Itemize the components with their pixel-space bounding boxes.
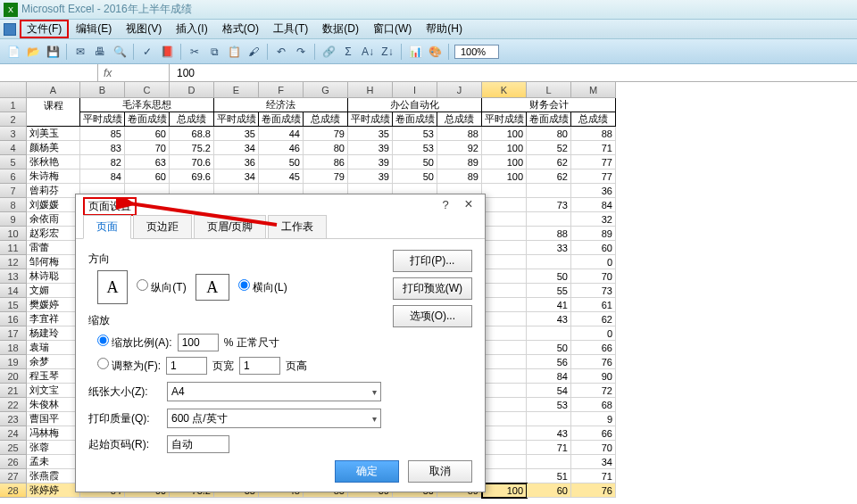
row-header[interactable]: 4: [0, 141, 27, 155]
cell[interactable]: 雷蕾: [27, 241, 80, 255]
paste-icon[interactable]: 📋: [226, 44, 242, 60]
col-header-M[interactable]: M: [571, 82, 616, 98]
adjust-percent-input[interactable]: [178, 334, 219, 351]
cell[interactable]: 53: [393, 127, 437, 141]
cell[interactable]: [482, 198, 527, 212]
row-header[interactable]: 21: [0, 384, 27, 398]
cancel-button[interactable]: 取消: [408, 460, 472, 483]
menu-data[interactable]: 数据(D): [315, 20, 366, 38]
cell[interactable]: 张蓉: [27, 441, 80, 455]
col-header-G[interactable]: G: [304, 82, 348, 98]
spelling-icon[interactable]: ✓: [139, 44, 155, 60]
cell[interactable]: 34: [571, 455, 616, 469]
cell[interactable]: 69.6: [170, 169, 214, 184]
help-button[interactable]: ?: [437, 198, 454, 211]
cell[interactable]: 53: [527, 398, 571, 412]
col-header-F[interactable]: F: [259, 82, 304, 98]
cell[interactable]: 73: [571, 284, 616, 298]
cell[interactable]: 60: [571, 241, 616, 255]
cell[interactable]: 89: [437, 169, 482, 184]
cell[interactable]: 84: [80, 169, 125, 184]
cell[interactable]: 樊媛婷: [27, 298, 80, 312]
cell[interactable]: 曹国平: [27, 412, 80, 426]
cell[interactable]: 文媚: [27, 284, 80, 298]
row-header[interactable]: 28: [0, 483, 27, 498]
row-header[interactable]: 24: [0, 426, 27, 441]
cell[interactable]: 32: [571, 212, 616, 227]
cell[interactable]: 杨建玲: [27, 326, 80, 341]
cell[interactable]: 冯林梅: [27, 426, 80, 441]
row-header[interactable]: 27: [0, 469, 27, 483]
cell[interactable]: 76: [571, 355, 616, 369]
cell[interactable]: [482, 426, 527, 441]
cell[interactable]: 51: [527, 469, 571, 483]
cell[interactable]: 总成绩: [304, 112, 348, 127]
print-icon[interactable]: 🖶: [92, 44, 108, 60]
row-header[interactable]: 8: [0, 198, 27, 212]
print-quality-select[interactable]: 600 点/英寸▾: [167, 409, 381, 428]
cell[interactable]: 0: [571, 326, 616, 341]
ok-button[interactable]: 确定: [335, 460, 399, 483]
radio-fit[interactable]: 调整为(F):: [97, 358, 161, 374]
mail-icon[interactable]: ✉: [72, 44, 88, 60]
col-header-H[interactable]: H: [348, 82, 393, 98]
cell[interactable]: 68: [571, 398, 616, 412]
cell[interactable]: 71: [571, 469, 616, 483]
radio-portrait[interactable]: 纵向(T): [137, 279, 187, 295]
menu-file[interactable]: 文件(F): [20, 20, 69, 38]
cell[interactable]: 77: [571, 169, 616, 184]
cell[interactable]: 52: [527, 141, 571, 155]
copy-icon[interactable]: ⧉: [206, 44, 222, 60]
cell[interactable]: [482, 455, 527, 469]
cell[interactable]: 张燕霞: [27, 469, 80, 483]
cell[interactable]: 总成绩: [170, 112, 214, 127]
cell[interactable]: 33: [527, 241, 571, 255]
row-header[interactable]: 18: [0, 341, 27, 355]
cell[interactable]: 79: [304, 169, 348, 184]
save-icon[interactable]: 💾: [45, 44, 61, 60]
cell[interactable]: 100: [482, 169, 527, 184]
redo-icon[interactable]: ↷: [293, 44, 309, 60]
cell[interactable]: [27, 112, 80, 127]
cell[interactable]: 66: [571, 341, 616, 355]
cell[interactable]: 林诗聪: [27, 269, 80, 284]
cell[interactable]: 76: [571, 483, 616, 498]
cell[interactable]: 朱诗梅: [27, 169, 80, 184]
system-menu-icon[interactable]: [4, 23, 16, 36]
tab-headerfooter[interactable]: 页眉/页脚: [194, 215, 266, 238]
autosum-icon[interactable]: Σ: [340, 44, 356, 60]
tab-page[interactable]: 页面: [83, 215, 131, 239]
cell[interactable]: 张婷婷: [27, 483, 80, 498]
cell[interactable]: 88: [571, 127, 616, 141]
cell[interactable]: 卷面成绩: [527, 112, 571, 127]
cell[interactable]: 34: [214, 141, 259, 155]
tab-sheet[interactable]: 工作表: [268, 215, 327, 238]
cell[interactable]: 100: [482, 127, 527, 141]
cell[interactable]: 43: [527, 312, 571, 326]
cell[interactable]: [482, 341, 527, 355]
cell[interactable]: 财务会计: [482, 98, 616, 112]
cell[interactable]: 孟未: [27, 455, 80, 469]
cell[interactable]: [482, 469, 527, 483]
preview-button[interactable]: 打印预览(W): [393, 277, 472, 300]
col-header-I[interactable]: I: [393, 82, 437, 98]
cell[interactable]: 9: [571, 412, 616, 426]
cell[interactable]: 84: [571, 198, 616, 212]
col-header-C[interactable]: C: [125, 82, 170, 98]
cell[interactable]: 43: [527, 426, 571, 441]
cell[interactable]: [482, 284, 527, 298]
cell[interactable]: 86: [304, 155, 348, 169]
cell[interactable]: 毛泽东思想: [80, 98, 214, 112]
cell[interactable]: 36: [214, 155, 259, 169]
cell[interactable]: [482, 269, 527, 284]
radio-landscape[interactable]: 横向(L): [238, 279, 287, 295]
col-header-J[interactable]: J: [437, 82, 482, 98]
cell[interactable]: 35: [348, 127, 393, 141]
cell[interactable]: 62: [527, 155, 571, 169]
row-header[interactable]: 13: [0, 269, 27, 284]
menu-help[interactable]: 帮助(H): [419, 20, 470, 38]
cell[interactable]: 赵彩宏: [27, 227, 80, 241]
radio-adjust[interactable]: 缩放比例(A):: [97, 335, 172, 351]
cell[interactable]: 75.2: [170, 141, 214, 155]
cell[interactable]: [527, 255, 571, 269]
